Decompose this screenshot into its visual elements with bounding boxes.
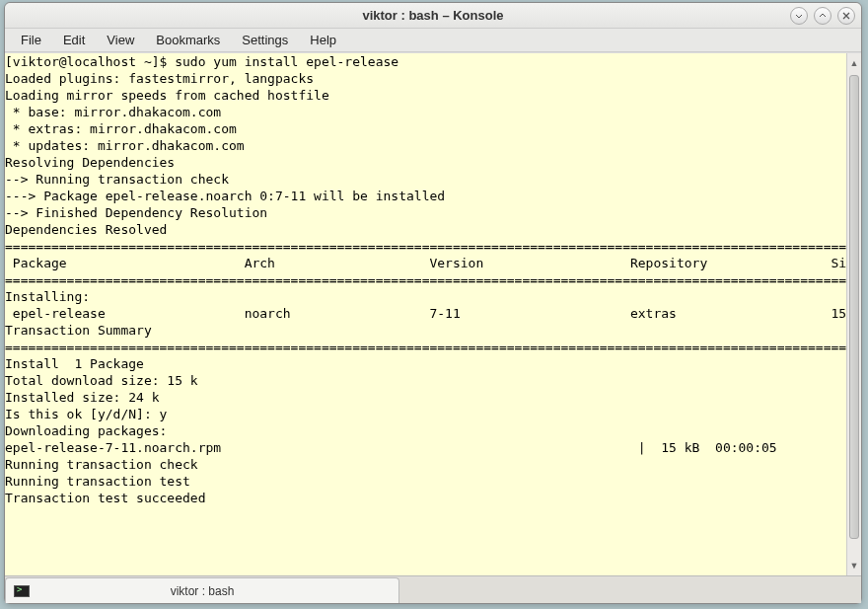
terminal-line: Downloading packages: [5, 422, 846, 439]
terminal-line: [viktor@localhost ~]$ sudo yum install e… [5, 53, 846, 70]
tabbar: viktor : bash [5, 575, 861, 603]
terminal-line: Running transaction check [5, 456, 846, 473]
tab-viktor-bash[interactable]: viktor : bash [5, 577, 399, 603]
menubar: File Edit View Bookmarks Settings Help [5, 29, 861, 52]
terminal-line: Installed size: 24 k [5, 389, 846, 406]
terminal-line: epel-release noarch 7-11 extras 15 k [5, 305, 846, 322]
terminal-line: --> Running transaction check [5, 171, 846, 188]
window-title: viktor : bash – Konsole [5, 8, 861, 23]
menu-edit[interactable]: Edit [53, 30, 95, 50]
window-controls [790, 7, 855, 25]
scroll-down-icon[interactable]: ▼ [847, 558, 861, 573]
terminal-line: Dependencies Resolved [5, 221, 846, 238]
terminal-line: Loaded plugins: fastestmirror, langpacks [5, 70, 846, 87]
menu-view[interactable]: View [97, 30, 144, 50]
terminal-line: ========================================… [5, 271, 846, 288]
terminal-line: --> Finished Dependency Resolution [5, 204, 846, 221]
terminal-line: ========================================… [5, 238, 846, 255]
konsole-window: viktor : bash – Konsole File Edit View B… [4, 2, 862, 604]
terminal-line: Resolving Dependencies [5, 154, 846, 171]
minimize-button[interactable] [790, 7, 808, 25]
terminal-line: * updates: mirror.dhakacom.com [5, 137, 846, 154]
maximize-button[interactable] [814, 7, 832, 25]
scroll-up-icon[interactable]: ▲ [847, 55, 861, 71]
terminal-line: Running transaction test [5, 473, 846, 490]
scroll-thumb[interactable] [849, 75, 859, 539]
terminal-line: ========================================… [5, 339, 846, 355]
terminal-line: Loading mirror speeds from cached hostfi… [5, 87, 846, 104]
terminal-line: Transaction test succeeded [5, 490, 846, 506]
close-button[interactable] [837, 7, 855, 25]
terminal-area: [viktor@localhost ~]$ sudo yum install e… [5, 52, 861, 575]
menu-file[interactable]: File [11, 30, 51, 50]
terminal-line: * extras: mirror.dhakacom.com [5, 120, 846, 137]
terminal-line: Transaction Summary [5, 322, 846, 339]
terminal-line: Installing: [5, 288, 846, 305]
scrollbar[interactable]: ▲ ▼ [846, 53, 861, 575]
menu-bookmarks[interactable]: Bookmarks [146, 30, 230, 50]
terminal-line: Install 1 Package [5, 355, 846, 372]
terminal-line: * base: mirror.dhakacom.com [5, 104, 846, 120]
terminal-line: Package Arch Version Repository Size [5, 255, 846, 271]
terminal-line: ---> Package epel-release.noarch 0:7-11 … [5, 188, 846, 204]
tab-label: viktor : bash [6, 584, 398, 598]
menu-settings[interactable]: Settings [232, 30, 298, 50]
terminal-output[interactable]: [viktor@localhost ~]$ sudo yum install e… [5, 53, 846, 575]
terminal-line: epel-release-7-11.noarch.rpm | 15 kB 00:… [5, 439, 846, 456]
terminal-line: Is this ok [y/d/N]: y [5, 406, 846, 422]
menu-help[interactable]: Help [300, 30, 346, 50]
titlebar: viktor : bash – Konsole [5, 3, 861, 29]
terminal-line: Total download size: 15 k [5, 372, 846, 389]
